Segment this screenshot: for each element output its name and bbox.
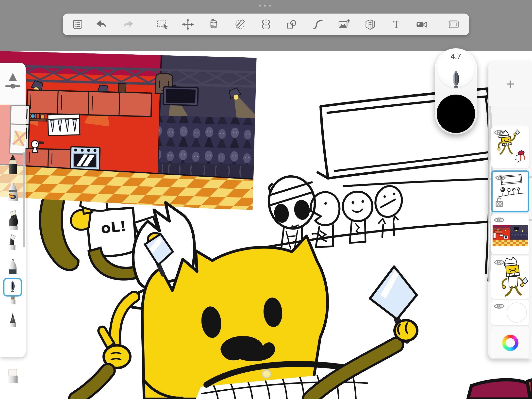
redo-arrow-icon xyxy=(122,18,134,31)
blender-icon xyxy=(5,393,20,399)
undo-button[interactable] xyxy=(94,17,109,32)
red-cap-artwork xyxy=(468,380,532,399)
tool-pencil[interactable] xyxy=(3,152,23,178)
perspective-grid-icon xyxy=(364,18,377,31)
add-layer-button[interactable]: + xyxy=(488,62,532,106)
redo-button[interactable] xyxy=(120,17,136,32)
curve-icon xyxy=(312,18,324,31)
fine-liner-icon xyxy=(5,311,20,335)
audience-crowd xyxy=(158,116,258,166)
tool-chisel-marker[interactable] xyxy=(3,208,23,234)
tool-rail xyxy=(0,63,26,357)
eraser-icon xyxy=(5,366,20,390)
brush-size-value: 4.7 xyxy=(435,52,477,61)
move-tool-button[interactable] xyxy=(180,17,196,32)
layer-1-visibility-eye-icon[interactable] xyxy=(494,129,505,136)
image-add-icon xyxy=(338,18,350,31)
text-tool-button[interactable]: T xyxy=(388,17,404,32)
tool-rail-scrollbar[interactable] xyxy=(23,152,25,247)
shapes-tool-button[interactable] xyxy=(284,17,300,32)
symmetry-icon xyxy=(260,18,272,31)
airbrush-icon xyxy=(5,182,20,206)
pencil-icon xyxy=(5,153,20,177)
layer-5-visibility-eye-icon[interactable] xyxy=(494,302,505,310)
text-icon: T xyxy=(390,18,403,31)
layouts-menu-button[interactable] xyxy=(70,17,85,32)
canvas-frame-icon xyxy=(447,18,460,31)
stage-screen xyxy=(163,87,198,105)
tool-fountain-pen-selected[interactable] xyxy=(3,278,22,297)
selection-tool-button[interactable] xyxy=(155,17,170,32)
shapes-icon xyxy=(285,18,298,31)
chisel-marker-icon xyxy=(5,209,20,233)
knife-board xyxy=(48,114,80,135)
stove xyxy=(70,147,100,171)
current-tool-nib-icon xyxy=(449,69,463,91)
move-icon xyxy=(182,18,194,31)
record-video-button[interactable] xyxy=(414,17,430,32)
tool-airbrush[interactable] xyxy=(3,181,23,207)
kitchen-image[interactable] xyxy=(0,51,263,211)
layer-card-4[interactable] xyxy=(491,256,529,299)
tool-eraser[interactable] xyxy=(3,365,23,391)
color-wheel-icon[interactable] xyxy=(502,335,518,351)
ruler-icon xyxy=(233,18,246,31)
symmetry-tool-button[interactable] xyxy=(258,17,274,32)
layer-card-5[interactable] xyxy=(491,300,529,325)
layer-4-visibility-eye-icon[interactable] xyxy=(494,259,505,266)
fill-tool-button[interactable] xyxy=(206,17,222,32)
perspective-tool-button[interactable] xyxy=(362,17,378,32)
apron-text: oL! xyxy=(100,218,127,237)
layer-3-visibility-eye-icon[interactable] xyxy=(494,216,505,224)
layer-2-alpha-lock-icon[interactable] xyxy=(495,197,503,208)
layer-2-visibility-eye-icon[interactable] xyxy=(495,174,506,182)
tool-blender[interactable] xyxy=(3,392,23,399)
fountain-pen-icon xyxy=(7,280,18,295)
tool-fine-liner[interactable] xyxy=(3,310,23,336)
selection-icon xyxy=(156,18,169,31)
stroke-size-icon xyxy=(4,69,22,98)
paint-bucket-icon xyxy=(207,18,220,31)
fine-marker-icon xyxy=(5,233,20,257)
color-picker-card[interactable] xyxy=(491,327,529,358)
layer-card-1[interactable] xyxy=(491,126,529,168)
pencil-hover-cursor xyxy=(263,370,270,378)
layers-panel: + xyxy=(488,62,532,359)
layer-card-2-selected[interactable] xyxy=(491,170,529,212)
picture-frame xyxy=(118,83,126,93)
tool-fine-marker[interactable] xyxy=(3,232,23,258)
current-color-swatch[interactable] xyxy=(437,95,475,133)
stroke-settings-section[interactable] xyxy=(0,63,26,105)
brush-size-indicator[interactable]: 4.7 xyxy=(435,48,477,134)
undo-arrow-icon xyxy=(95,18,108,31)
video-camera-icon xyxy=(415,18,428,31)
list-icon xyxy=(71,18,84,31)
ruler-tool-button[interactable] xyxy=(232,17,248,32)
kitchen-cabinets-upper xyxy=(27,90,151,116)
curve-tool-button[interactable] xyxy=(310,17,326,32)
svg-text:T: T xyxy=(393,19,399,30)
window-handle-dots[interactable]: ••• xyxy=(0,1,532,10)
layer-card-3[interactable] xyxy=(491,214,529,254)
import-image-button[interactable] xyxy=(336,17,352,32)
top-toolbar: T xyxy=(63,14,469,35)
canvas-format-button[interactable] xyxy=(446,17,462,32)
